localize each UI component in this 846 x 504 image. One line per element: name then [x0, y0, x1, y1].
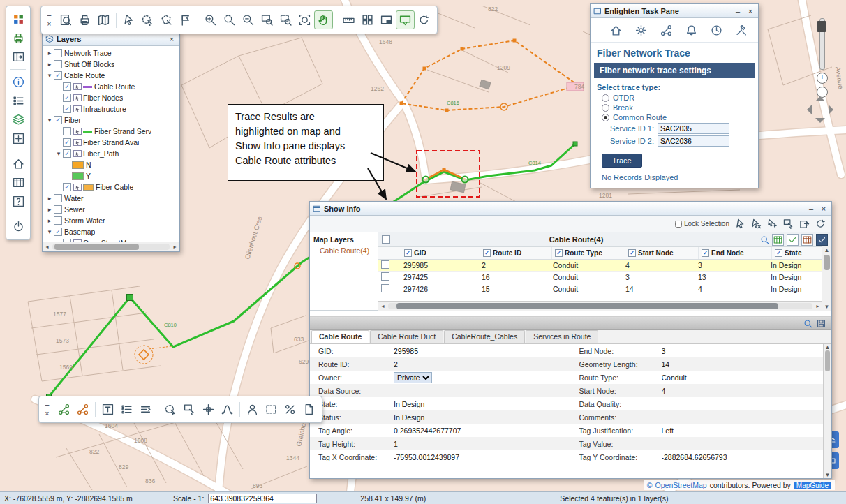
scroll-up-arrow[interactable]: ▲ — [823, 344, 831, 350]
expand-arrow[interactable]: ▸ — [45, 206, 54, 213]
expand-arrow[interactable]: ▸ — [45, 195, 54, 202]
clear-grid-button[interactable] — [801, 234, 813, 246]
layer-group-cable-route[interactable]: ▾✓Cable Route — [43, 70, 179, 81]
radio-break[interactable] — [602, 104, 609, 112]
task-pane-close-button[interactable]: × — [745, 7, 755, 15]
layer-checkbox[interactable]: ✓ — [63, 82, 71, 91]
layer-checkbox[interactable]: ✓ — [54, 71, 62, 80]
scroll-down-arrow[interactable]: ▼ — [822, 303, 831, 311]
trace-type-option-otdr[interactable]: OTDR — [602, 94, 758, 102]
tab-cableroute-cables[interactable]: CableRoute_Cables — [444, 330, 525, 343]
refresh-button[interactable] — [415, 10, 433, 29]
trace-button[interactable]: Trace — [602, 154, 642, 168]
buffer-button[interactable] — [176, 10, 195, 29]
layer-group-storm-water[interactable]: ▸Storm Water — [43, 215, 179, 226]
select-circle-button[interactable] — [161, 400, 180, 419]
trace-type-option-common-route[interactable]: Common Route — [602, 113, 758, 121]
layer-group-water[interactable]: ▸Water — [43, 193, 179, 204]
pan-east-arrow[interactable] — [829, 105, 833, 114]
service-id-1-input[interactable] — [658, 123, 729, 134]
home-button[interactable] — [607, 21, 625, 40]
scroll-thumb[interactable] — [396, 303, 778, 309]
collapse-legend-button[interactable] — [136, 400, 155, 419]
power-button[interactable] — [9, 217, 28, 236]
layer-item-infrastructure[interactable]: ✓Infrastructure — [43, 103, 179, 114]
network-trace-button[interactable] — [54, 400, 73, 419]
plot-button[interactable] — [9, 29, 28, 47]
alerts-button[interactable] — [682, 21, 701, 40]
layers-button[interactable] — [9, 110, 28, 129]
expand-arrow[interactable]: ▾ — [45, 117, 54, 124]
scroll-thumb[interactable] — [825, 350, 830, 371]
layer-checkbox[interactable] — [54, 216, 62, 225]
save-icon[interactable] — [817, 319, 826, 328]
layer-group-sewer[interactable]: ▸Sewer — [43, 204, 179, 215]
admin-tools-button[interactable] — [732, 21, 751, 40]
search-icon[interactable] — [803, 319, 812, 328]
unselect-icon[interactable] — [751, 218, 762, 229]
scroll-right-arrow[interactable]: ▸ — [170, 244, 179, 250]
expand-arrow[interactable]: ▸ — [45, 50, 54, 57]
column-header-gid[interactable]: ✓GID — [401, 247, 480, 259]
toolbar-close-button[interactable]: × — [43, 410, 52, 419]
show-info-close-button[interactable]: × — [819, 205, 829, 213]
layer-item-fiber-nodes[interactable]: ✓Fiber Nodes — [43, 92, 179, 103]
export-grid-button[interactable] — [772, 234, 784, 246]
layer-checkbox[interactable]: ✓ — [63, 105, 71, 113]
layer-checkbox[interactable]: ✓ — [54, 228, 62, 236]
zoom-in-button[interactable]: + — [817, 73, 828, 84]
column-header-route-id[interactable]: ✓Route ID — [480, 247, 552, 259]
pan-south-arrow[interactable] — [815, 118, 825, 123]
search-button[interactable] — [760, 235, 769, 244]
layer-item-n[interactable]: N — [43, 159, 179, 170]
help-button[interactable] — [9, 192, 28, 211]
column-header-start-node[interactable]: ✓Start Node — [625, 247, 699, 259]
theme-button[interactable] — [98, 400, 117, 419]
layer-item-cable-route[interactable]: ✓Cable Route — [43, 81, 179, 92]
zoom-rectangle-button[interactable] — [258, 10, 276, 29]
layer-checkbox[interactable]: ✓ — [54, 116, 62, 124]
layer-group-shut-off-blocks[interactable]: ▸Shut Off Blocks — [43, 59, 179, 70]
quick-plot-button[interactable] — [94, 10, 113, 29]
tab-cable-route[interactable]: Cable Route — [311, 330, 369, 343]
identify-button[interactable] — [9, 73, 28, 91]
layer-item-y[interactable]: Y — [43, 170, 179, 181]
toolbar-close-button[interactable]: × — [45, 20, 54, 29]
layer-checkbox[interactable] — [54, 194, 62, 202]
toolbar-minimize-button[interactable]: – — [45, 11, 54, 20]
network-edit-button[interactable] — [73, 400, 92, 419]
basemap-tiles-button[interactable] — [358, 10, 377, 29]
report-button[interactable] — [299, 400, 318, 419]
expand-arrow[interactable]: ▸ — [45, 217, 54, 224]
zoom-extents-button[interactable] — [295, 10, 314, 29]
layer-group-fiber[interactable]: ▾✓Fiber — [43, 114, 179, 126]
toggle-panel-button[interactable] — [9, 47, 28, 66]
expand-arrow[interactable]: ▾ — [45, 228, 54, 235]
snap-button[interactable] — [199, 400, 218, 419]
owner-select[interactable]: Private — [394, 372, 432, 383]
applications-button[interactable] — [9, 10, 28, 29]
radio-otdr[interactable] — [602, 94, 609, 102]
settings-button[interactable] — [632, 21, 651, 40]
add-layer-button[interactable] — [9, 129, 28, 148]
select-box-button[interactable] — [180, 400, 199, 419]
select-radius-button[interactable] — [138, 10, 157, 29]
trace-type-option-break[interactable]: Break — [602, 103, 758, 112]
profile-button[interactable] — [243, 400, 262, 419]
layer-checkbox[interactable]: ✓ — [63, 149, 71, 158]
scroll-left-arrow[interactable]: ◂ — [378, 303, 387, 309]
home-button[interactable] — [9, 154, 28, 173]
layer-checkbox[interactable]: ✓ — [63, 94, 71, 102]
print-preview-button[interactable] — [57, 10, 75, 29]
grid-hscrollbar[interactable]: ◂ ▸ — [378, 301, 822, 311]
open-window-icon[interactable] — [799, 218, 810, 229]
show-info-minimize-button[interactable]: – — [806, 205, 816, 213]
zoom-slider-track[interactable] — [819, 18, 825, 70]
zoom-out-button[interactable] — [239, 10, 258, 29]
scroll-thumb[interactable] — [54, 244, 139, 250]
zoom-dynamic-button[interactable] — [220, 10, 239, 29]
select-button[interactable] — [119, 10, 138, 29]
column-header-end-node[interactable]: ✓End Node — [699, 247, 772, 259]
layer-group-basemap[interactable]: ▾✓Basemap — [43, 226, 179, 237]
row-checkbox[interactable] — [381, 272, 389, 281]
